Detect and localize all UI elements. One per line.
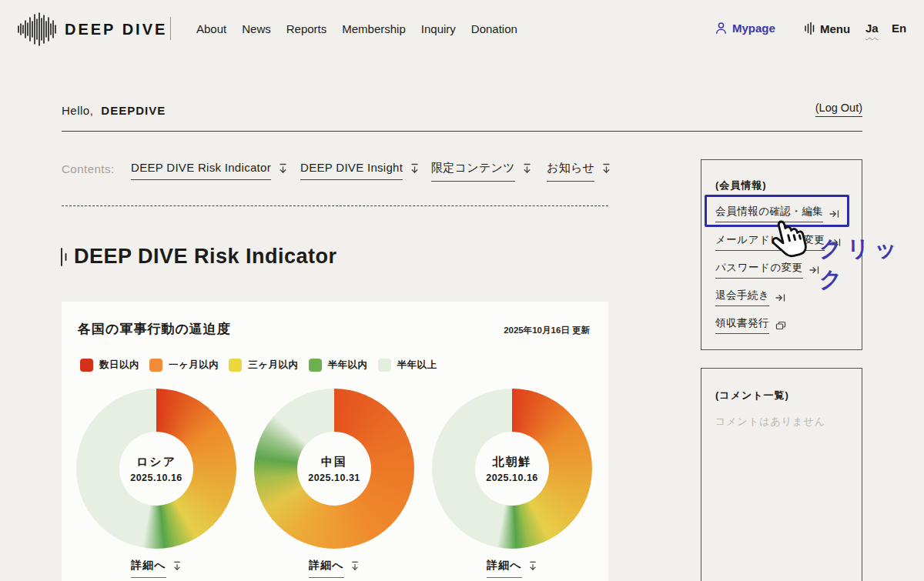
nav-link-membership[interactable]: Membership (342, 22, 406, 35)
lang-ja-button[interactable]: Ja (865, 22, 879, 35)
sidebar-link-withdrawal[interactable]: 退会手続き (715, 289, 787, 306)
lang-en-button[interactable]: En (892, 22, 906, 35)
donut-chart-china: 中国 2025.10.31 (254, 389, 414, 549)
legend-swatch-palegreen (378, 359, 391, 372)
detail-link-northkorea[interactable]: 詳細へ (487, 559, 537, 578)
legend-item: 半年以上 (378, 359, 437, 372)
greeting-text: Hello,DEEPDIVE (62, 104, 166, 117)
contents-link-news[interactable]: お知らせ (547, 161, 611, 182)
legend-swatch-red (80, 359, 93, 372)
scroll-down-icon (601, 163, 611, 174)
waveform-logo-icon (17, 12, 57, 46)
contents-link-insight[interactable]: DEEP DIVE Insight (300, 161, 420, 180)
risk-indicator-card: 各国の軍事行動の逼迫度 2025年10月16日 更新 数日以内 一ヶ月以内 三ヶ… (62, 302, 608, 581)
donut-center: ロシア 2025.10.16 (119, 432, 193, 506)
external-link-icon (775, 321, 786, 330)
brand-title: DEEP DIVE (65, 21, 167, 38)
country-label: 中国 (321, 455, 347, 469)
legend-swatch-yellow (229, 359, 242, 372)
comment-list-box: (コメント一覧) コメントはありません (701, 368, 862, 581)
nav-link-news[interactable]: News (242, 22, 271, 35)
donut-center: 中国 2025.10.31 (297, 432, 371, 506)
mypage-label: Mypage (732, 22, 775, 35)
page-title-row: DEEP DIVE Risk Indicator (60, 245, 337, 269)
scroll-down-icon (172, 561, 182, 571)
sidebar-link-receipt[interactable]: 領収書発行 (715, 316, 786, 334)
menu-label: Menu (820, 22, 850, 35)
user-icon (715, 22, 728, 35)
page: DEEP DIVE About News Reports Membership … (0, 0, 924, 581)
nav-link-donation[interactable]: Donation (471, 22, 517, 35)
section-divider (62, 131, 862, 132)
legend-swatch-orange (149, 359, 162, 372)
chart-updated-date: 2025年10月16日 更新 (504, 325, 590, 336)
site-logo[interactable]: DEEP DIVE (17, 12, 167, 46)
donut-center: 北朝鮮 2025.10.16 (475, 432, 549, 506)
dashed-divider (62, 205, 608, 206)
contents-link-limited-content[interactable]: 限定コンテンツ (431, 161, 532, 182)
scroll-down-icon (528, 561, 537, 571)
date-label: 2025.10.31 (308, 472, 360, 483)
legend-swatch-green (309, 359, 322, 372)
title-mark-icon (60, 246, 68, 268)
mypage-button[interactable]: Mypage (715, 22, 775, 35)
chart-title: 各国の軍事行動の逼迫度 (78, 320, 231, 338)
detail-link-china[interactable]: 詳細へ (309, 559, 359, 578)
main-nav: About News Reports Membership Inquiry Do… (196, 22, 517, 35)
comment-empty-message: コメントはありません (715, 415, 825, 429)
logout-link[interactable]: (Log Out) (815, 102, 862, 117)
comment-box-title: (コメント一覧) (715, 389, 789, 402)
scroll-down-icon (410, 163, 420, 174)
hello-label: Hello, (62, 104, 93, 117)
goto-arrow-icon (775, 293, 787, 302)
member-info-title: (会員情報) (715, 179, 767, 192)
legend-item: 三ヶ月以内 (229, 359, 298, 372)
donut-chart-russia: ロシア 2025.10.16 (76, 389, 236, 549)
legend-item: 半年以内 (309, 359, 368, 372)
scroll-down-icon (522, 163, 532, 174)
legend-item: 一ヶ月以内 (149, 359, 219, 372)
chart-legend: 数日以内 一ヶ月以内 三ヶ月以内 半年以内 半年以上 (80, 359, 437, 372)
detail-row: 詳細へ (76, 559, 236, 578)
legend-item: 数日以内 (80, 359, 139, 372)
scroll-down-icon (278, 163, 288, 174)
detail-row: 詳細へ (432, 559, 592, 578)
menu-waveform-icon (804, 22, 815, 35)
nav-link-reports[interactable]: Reports (286, 22, 327, 35)
date-label: 2025.10.16 (486, 472, 538, 483)
menu-button[interactable]: Menu (804, 22, 850, 35)
click-annotation: クリック (819, 234, 924, 296)
nav-link-inquiry[interactable]: Inquiry (421, 22, 456, 35)
contents-label: Contents: (62, 162, 115, 175)
country-label: ロシア (136, 455, 176, 469)
detail-row: 詳細へ (254, 559, 414, 578)
header-divider (170, 17, 171, 40)
detail-link-russia[interactable]: 詳細へ (131, 559, 181, 578)
page-title: DEEP DIVE Risk Indicator (74, 245, 337, 269)
scroll-down-icon (350, 561, 360, 571)
date-label: 2025.10.16 (130, 472, 182, 483)
nav-link-about[interactable]: About (196, 22, 226, 35)
username: DEEPDIVE (101, 104, 166, 117)
country-label: 北朝鮮 (493, 455, 532, 469)
contents-link-risk-indicator[interactable]: DEEP DIVE Risk Indicator (131, 161, 288, 180)
donut-chart-northkorea: 北朝鮮 2025.10.16 (432, 389, 592, 549)
